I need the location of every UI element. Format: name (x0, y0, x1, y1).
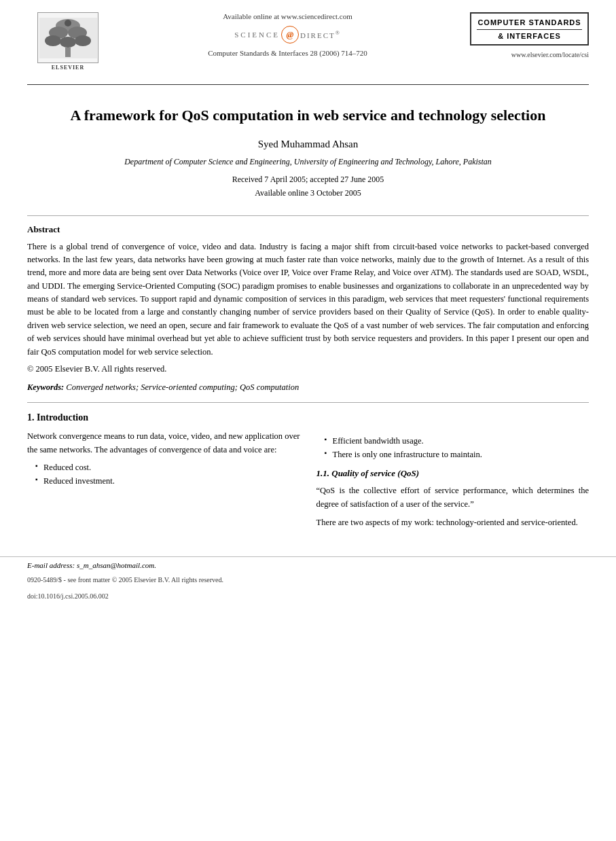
author-name: Syed Muhammad Ahsan (54, 139, 562, 150)
right-column: Efficient bandwidth usage. There is only… (316, 412, 590, 529)
left-column: 1. Introduction Network convergence mean… (27, 412, 300, 529)
page: ELSEVIER Available online at www.science… (0, 0, 616, 841)
list-item: Reduced investment. (35, 474, 300, 488)
header-right: COMPUTER STANDARDS & INTERFACES www.else… (467, 12, 589, 58)
list-item: Efficient bandwidth usage. (325, 434, 590, 448)
journal-info-text: Computer Standards & Interfaces 28 (2006… (208, 49, 367, 57)
keywords-text: Converged networks; Service-oriented com… (66, 382, 299, 392)
two-column-section: 1. Introduction Network convergence mean… (0, 412, 616, 529)
journal-box-divider (477, 29, 582, 30)
svg-point-8 (65, 20, 71, 26)
footnote-email: E-mail address: s_m_ahsan@hotmail.com. (27, 561, 589, 569)
svg-point-5 (60, 37, 76, 48)
available-online-text: Available online at www.sciencedirect.co… (223, 12, 352, 20)
title-section: A framework for QoS computation in web s… (0, 85, 616, 207)
footer-section: E-mail address: s_m_ahsan@hotmail.com. 0… (0, 556, 616, 602)
journal-box-subtitle: & INTERFACES (477, 32, 582, 40)
received-date: Received 7 April 2005; accepted 27 June … (54, 173, 562, 200)
sd-logo-circle: @ (281, 26, 299, 43)
science-text: SCIENCE (234, 31, 280, 39)
sciencedirect-logo: SCIENCE @ DIRECT® (234, 26, 341, 43)
elsevier-logo (37, 12, 98, 63)
title-divider (27, 215, 589, 216)
header-center: Available online at www.sciencedirect.co… (109, 12, 467, 57)
qos-text: There are two aspects of my work: techno… (316, 516, 590, 529)
section1-intro-text: Network convergence means to run data, v… (27, 430, 300, 457)
list-item: There is only one infrastructure to main… (325, 448, 590, 461)
keywords-label: Keywords: (27, 382, 64, 392)
journal-title-box: COMPUTER STANDARDS & INTERFACES (470, 12, 589, 46)
affiliation: Department of Computer Science and Engin… (54, 157, 562, 167)
elsevier-logo-section: ELSEVIER (27, 12, 109, 71)
elsevier-url-text: www.elsevier.com/locate/csi (511, 51, 589, 58)
section1-right-bullets: Efficient bandwidth usage. There is only… (316, 434, 590, 461)
svg-point-4 (45, 35, 61, 46)
elsevier-label: ELSEVIER (52, 65, 84, 71)
email-label: E-mail address: (27, 561, 75, 569)
section1-bullet-list: Reduced cost. Reduced investment. (27, 461, 300, 488)
abstract-divider (27, 402, 589, 403)
header: ELSEVIER Available online at www.science… (0, 0, 616, 77)
keywords-line: Keywords: Converged networks; Service-or… (27, 382, 589, 393)
svg-point-6 (75, 35, 91, 46)
abstract-copyright: © 2005 Elsevier B.V. All rights reserved… (27, 363, 589, 376)
list-item: Reduced cost. (35, 461, 300, 474)
section1-title: 1. Introduction (27, 412, 300, 423)
abstract-section: Abstract There is a global trend of conv… (0, 224, 616, 393)
journal-box-title: COMPUTER STANDARDS (477, 18, 582, 27)
qos-quote: “QoS is the collective effort of service… (316, 484, 590, 511)
subsection1-1-title: 1.1. Quality of service (QoS) (316, 468, 590, 479)
abstract-paragraph: There is a global trend of convergence o… (27, 240, 589, 359)
direct-text: DIRECT® (300, 30, 341, 39)
email-address: s_m_ahsan@hotmail.com. (77, 561, 156, 569)
footer-doi: doi:10.1016/j.csi.2005.06.002 (27, 591, 589, 602)
footer-issn: 0920-5489/$ - see front matter © 2005 El… (27, 575, 589, 586)
paper-title: A framework for QoS computation in web s… (54, 105, 562, 126)
abstract-title: Abstract (27, 224, 589, 235)
abstract-text: There is a global trend of convergence o… (27, 240, 589, 376)
svg-rect-7 (65, 48, 71, 57)
